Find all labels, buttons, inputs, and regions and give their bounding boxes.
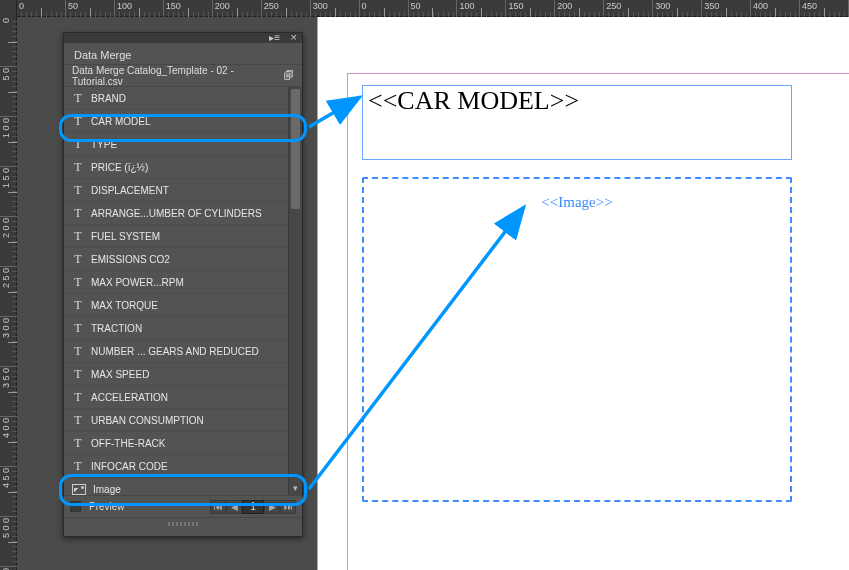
field-label: TYPE (91, 139, 117, 150)
data-merge-panel[interactable]: ▸≡ × Data Merge Data Merge Catalog_Templ… (63, 32, 303, 537)
pager-value[interactable]: 1 (242, 500, 264, 514)
panel-close-icon[interactable]: × (291, 31, 297, 43)
field-row[interactable]: Image1 (64, 478, 302, 495)
field-label: DISPLACEMENT (91, 185, 169, 196)
field-row[interactable]: TARRANGE...UMBER OF CYLINDERS (64, 202, 302, 225)
text-field-icon: T (72, 321, 84, 336)
field-label: CAR MODEL (91, 116, 150, 127)
field-label: TRACTION (91, 323, 142, 334)
field-row[interactable]: TFUEL SYSTEM (64, 225, 302, 248)
pager-last-button[interactable]: ⏭ (280, 500, 296, 514)
text-field-icon: T (72, 206, 84, 221)
workspace: <<CAR MODEL>> <<Image>> ▸≡ × Data Merge … (17, 17, 849, 570)
field-row[interactable]: TMAX TORQUE (64, 294, 302, 317)
field-label: OFF-THE-RACK (91, 438, 165, 449)
field-label: PRICE (ï¿½) (91, 162, 148, 173)
panel-tabbar[interactable]: ▸≡ × (64, 33, 302, 43)
field-label: MAX TORQUE (91, 300, 158, 311)
field-label: URBAN CONSUMPTION (91, 415, 204, 426)
field-row[interactable]: TMAX POWER...RPM (64, 271, 302, 294)
text-field-icon: T (72, 413, 84, 428)
scroll-down-icon[interactable]: ▾ (289, 481, 302, 495)
field-row[interactable]: TCAR MODEL1 (64, 110, 302, 133)
image-field-icon (72, 484, 86, 495)
data-source-row[interactable]: Data Merge Catalog_Template - 02 - Tutor… (64, 65, 302, 87)
panel-footer: Preview ⏮ ◀ 1 ▶ ⏭ (64, 495, 302, 517)
text-field-icon: T (72, 298, 84, 313)
placeholder-text: <<Image>> (364, 194, 790, 211)
field-label: MAX SPEED (91, 369, 149, 380)
preview-label: Preview (89, 501, 125, 512)
pager-first-button[interactable]: ⏮ (210, 500, 226, 514)
ruler-corner (0, 0, 17, 17)
field-label: ARRANGE...UMBER OF CYLINDERS (91, 208, 262, 219)
field-row[interactable]: TTYPE (64, 133, 302, 156)
panel-menu-icon[interactable]: ▸≡ (269, 32, 280, 43)
field-row[interactable]: TTRACTION (64, 317, 302, 340)
data-source-icon: 🗐 (284, 70, 294, 81)
scrollbar[interactable]: ▾ (288, 87, 302, 495)
panel-title[interactable]: Data Merge (64, 45, 141, 63)
text-field-icon: T (72, 91, 84, 106)
text-field-icon: T (72, 160, 84, 175)
pager-next-button[interactable]: ▶ (264, 500, 280, 514)
text-field-icon: T (72, 183, 84, 198)
field-label: ACCELERATION (91, 392, 168, 403)
preview-checkbox[interactable] (70, 501, 81, 512)
field-row[interactable]: TEMISSIONS CO2 (64, 248, 302, 271)
field-row[interactable]: TMAX SPEED (64, 363, 302, 386)
text-field-icon: T (72, 367, 84, 382)
data-source-filename: Data Merge Catalog_Template - 02 - Tutor… (72, 65, 284, 87)
fields-list: TBRANDTCAR MODEL1TTYPETPRICE (ï¿½)TDISPL… (64, 87, 302, 495)
field-row[interactable]: TDISPLACEMENT (64, 179, 302, 202)
text-field-icon: T (72, 436, 84, 451)
text-field-icon: T (72, 229, 84, 244)
scrollbar-thumb[interactable] (291, 89, 300, 209)
text-field-icon: T (72, 252, 84, 267)
text-field-icon: T (72, 344, 84, 359)
field-label: FUEL SYSTEM (91, 231, 160, 242)
field-label: EMISSIONS CO2 (91, 254, 170, 265)
image-frame[interactable]: <<Image>> (362, 177, 792, 502)
text-field-icon: T (72, 459, 84, 474)
field-row[interactable]: TURBAN CONSUMPTION (64, 409, 302, 432)
field-row[interactable]: TOFF-THE-RACK (64, 432, 302, 455)
field-label: INFOCAR CODE (91, 461, 168, 472)
field-row[interactable]: TBRAND (64, 87, 302, 110)
text-field-icon: T (72, 114, 84, 129)
field-row[interactable]: TNUMBER ... GEARS AND REDUCED (64, 340, 302, 363)
field-row[interactable]: TINFOCAR CODE (64, 455, 302, 478)
field-label: MAX POWER...RPM (91, 277, 184, 288)
pager-prev-button[interactable]: ◀ (226, 500, 242, 514)
vertical-ruler: 05 01 0 01 5 02 0 02 5 03 0 03 5 04 0 04… (0, 17, 17, 570)
field-label: NUMBER ... GEARS AND REDUCED (91, 346, 259, 357)
placeholder-text: <<CAR MODEL>> (363, 86, 579, 115)
text-field-icon: T (72, 275, 84, 290)
field-label: BRAND (91, 93, 126, 104)
field-row[interactable]: TPRICE (ï¿½) (64, 156, 302, 179)
field-label: Image (93, 484, 121, 495)
horizontal-ruler: 0501001502002503000501001502002503003504… (0, 0, 849, 17)
text-field-icon: T (72, 137, 84, 152)
panel-header: Data Merge (64, 43, 302, 65)
pager: ⏮ ◀ 1 ▶ ⏭ (210, 500, 296, 514)
field-row[interactable]: TACCELERATION (64, 386, 302, 409)
panel-resize-grip[interactable] (64, 517, 302, 529)
text-field-icon: T (72, 390, 84, 405)
text-frame-car-model[interactable]: <<CAR MODEL>> (362, 85, 792, 160)
